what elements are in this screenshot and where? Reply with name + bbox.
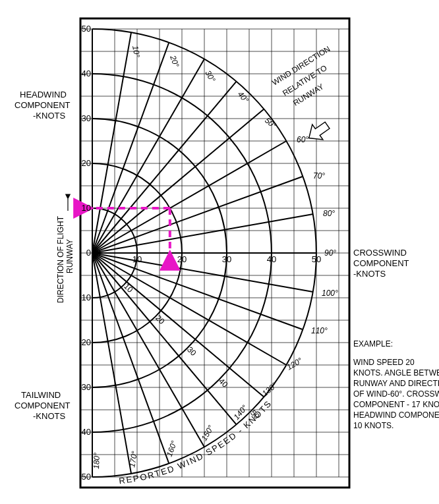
ytick-n50: 50 [82, 472, 91, 482]
ytick-n20: 20 [82, 337, 91, 347]
xtick-50: 50 [312, 254, 321, 264]
deg-100: 100° [322, 289, 338, 298]
crosswind-chart: 50 40 30 20 10 0 10 20 30 40 50 10 20 30… [0, 0, 439, 504]
example-heading: EXAMPLE: [353, 339, 393, 349]
deg-30: 30° [203, 69, 217, 84]
ytick-50: 50 [82, 24, 91, 34]
deg-150: 150° [199, 424, 216, 443]
xtick-30: 30 [222, 254, 231, 264]
crosswind-label: CROSSWIND COMPONENT -KNOTS [353, 248, 409, 279]
svg-text:COMPONENT: COMPONENT [15, 401, 71, 410]
deg-60: 60° [297, 135, 308, 144]
ytick-n30: 30 [82, 382, 91, 392]
svg-text:-KNOTS: -KNOTS [353, 269, 386, 279]
ytick-n40: 40 [82, 427, 91, 437]
svg-text:HEADWIND COMPONENT -: HEADWIND COMPONENT - [353, 410, 439, 420]
flight-direction-label: DIRECTION OF FLIGHT RUNWAY [56, 199, 74, 303]
ytick-30: 30 [82, 113, 91, 123]
svg-text:TAILWIND: TAILWIND [21, 390, 61, 400]
ytick-0: 0 [86, 248, 91, 258]
svg-text:10 KNOTS.: 10 KNOTS. [353, 421, 394, 430]
svg-text:COMPONENT: COMPONENT [353, 258, 409, 268]
ytick-10: 10 [82, 203, 91, 213]
example-text: EXAMPLE: WIND SPEED 20 KNOTS. ANGLE BETW… [353, 339, 439, 430]
angle-labels: 10° 20° 30° 40° 50° 60° 70° 80° 90° 100°… [92, 45, 338, 469]
xtick-40: 40 [267, 254, 276, 264]
deg-160: 160° [165, 439, 179, 458]
deg-90: 90° [324, 248, 336, 258]
deg-120: 120° [285, 356, 305, 372]
svg-text:CROSSWIND: CROSSWIND [353, 248, 407, 258]
deg-80: 80° [323, 209, 335, 218]
deg-170: 170° [127, 450, 139, 468]
svg-text:HEADWIND: HEADWIND [20, 90, 67, 99]
deg-10: 10° [131, 45, 142, 58]
svg-text:WIND SPEED 20: WIND SPEED 20 [353, 358, 415, 367]
rtick-20: 20 [154, 313, 167, 326]
xtick-20: 20 [177, 254, 187, 264]
y-axis-ticks: 50 40 30 20 10 0 10 20 30 40 50 [82, 24, 91, 482]
tailwind-label: TAILWIND COMPONENT -KNOTS [15, 390, 71, 421]
rtick-10: 10 [122, 281, 135, 294]
deg-20: 20° [168, 53, 181, 69]
rtick-30: 30 [185, 345, 198, 358]
deg-110: 110° [311, 326, 328, 335]
ytick-n10: 10 [82, 293, 91, 302]
xtick-10: 10 [132, 254, 142, 264]
svg-text:RUNWAY: RUNWAY [65, 239, 74, 273]
ytick-40: 40 [82, 69, 91, 78]
x-axis-ticks: 10 20 30 40 50 [132, 254, 321, 264]
radial-ticks: 10 20 30 40 50 [122, 281, 262, 421]
svg-text:-KNOTS: -KNOTS [33, 411, 65, 421]
deg-70: 70° [313, 171, 325, 181]
ytick-20: 20 [82, 158, 91, 168]
deg-180: 180° [92, 453, 102, 469]
svg-text:-KNOTS: -KNOTS [33, 111, 65, 121]
svg-text:RUNWAY AND DIRECTION: RUNWAY AND DIRECTION [353, 379, 439, 388]
svg-text:COMPONENT - 17 KNOTS.: COMPONENT - 17 KNOTS. [353, 400, 439, 409]
svg-text:OF WIND-60°. CROSSWIND: OF WIND-60°. CROSSWIND [353, 389, 439, 399]
svg-text:DIRECTION OF FLIGHT: DIRECTION OF FLIGHT [56, 215, 65, 303]
svg-text:COMPONENT: COMPONENT [15, 100, 71, 110]
svg-text:KNOTS. ANGLE BETWEEN: KNOTS. ANGLE BETWEEN [353, 368, 439, 378]
headwind-label: HEADWIND COMPONENT -KNOTS [15, 90, 71, 121]
deg-50: 50° [263, 116, 278, 131]
